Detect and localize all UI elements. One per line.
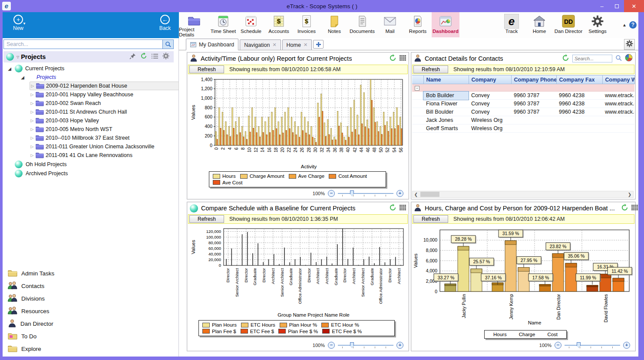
tree-item-project[interactable]: ▷ 2011-091 41 Ox Lane Rennovations [30, 151, 179, 160]
table-row[interactable]: Bill BoulderConvey9960 37879960 4238www.… [412, 108, 634, 116]
zoom-out-icon[interactable]: − [328, 190, 335, 197]
contacts-search-input[interactable] [572, 55, 612, 62]
toolbar-button-invoices[interactable]: $ Invoices [293, 12, 320, 37]
close-tab-icon[interactable]: ✕ [272, 42, 276, 48]
toolbar-button-reports[interactable]: Reports [404, 12, 432, 37]
chart-view-icon[interactable] [625, 54, 633, 63]
expander-icon[interactable]: ▷ [30, 118, 35, 123]
projects-section-header[interactable]: ▽ Projects [3, 51, 174, 62]
grid-view-icon[interactable] [631, 204, 638, 212]
tree-item-project[interactable]: ▷ 2010-011 St Andrews Church Hall [30, 108, 179, 116]
zoom-in-icon[interactable]: + [396, 342, 403, 349]
cell[interactable]: Wireless Org [469, 124, 511, 133]
dashboard-settings-button[interactable] [624, 39, 635, 50]
sidebar-item-admin-tasks[interactable]: Admin Tasks [4, 267, 176, 280]
cell[interactable]: Bill Boulder [423, 108, 469, 116]
horizontal-scrollbar[interactable]: ❮ ❯ [412, 191, 634, 198]
tab-my-dashboard[interactable]: My Dashboard [186, 39, 238, 50]
scroll-right-arrow[interactable]: ❯ [626, 192, 633, 197]
cell[interactable]: 9960 3787 [511, 100, 556, 108]
toolbar-button-notes[interactable]: Notes [320, 12, 348, 37]
scroll-left-arrow[interactable]: ❮ [413, 192, 419, 197]
table-row[interactable]: Jack JonesWireless Org [412, 116, 634, 124]
refresh-button[interactable]: Refresh [189, 215, 224, 223]
toolbar-button-project-details[interactable]: Project Details [179, 12, 209, 37]
toolbar-button-dashboard[interactable]: Dashboard [432, 12, 459, 37]
cell[interactable]: 9960 4238 [556, 108, 602, 116]
list-view-icon[interactable] [152, 53, 158, 61]
expander-icon[interactable]: ▷ [30, 84, 35, 88]
tab-home[interactable]: Home✕ [282, 39, 312, 50]
column-header-name[interactable]: Name [423, 75, 469, 84]
zoom-slider[interactable] [565, 342, 620, 348]
refresh-icon[interactable] [562, 54, 569, 63]
column-header-company[interactable]: Company [469, 75, 511, 84]
refresh-icon[interactable] [140, 52, 147, 61]
cell[interactable]: 9960 3787 [511, 108, 556, 116]
expander-icon[interactable]: ◢ [7, 66, 12, 71]
sidebar-item-contacts[interactable]: Contacts [4, 280, 176, 292]
zoom-in-icon[interactable]: + [396, 190, 403, 197]
expander-icon[interactable]: ▷ [30, 136, 35, 140]
close-tab-icon[interactable]: ✕ [304, 42, 307, 48]
toolbar-button-settings[interactable]: Settings [584, 12, 611, 37]
refresh-button[interactable]: Refresh [413, 215, 448, 223]
gear-icon[interactable] [162, 52, 169, 61]
sidebar-item-dan-director[interactable]: Dan Director [4, 317, 176, 330]
tree-item-project[interactable]: ▷ 2011-011 Greater Union Cinema Jacksonv… [30, 142, 179, 151]
table-row[interactable]: Geoff SmartsWireless Org [412, 124, 634, 133]
zoom-out-icon[interactable]: − [328, 342, 335, 349]
cell[interactable] [602, 124, 634, 133]
expander-icon[interactable]: ▷ [30, 144, 35, 149]
cell[interactable]: Bob Builder [423, 92, 469, 100]
cell[interactable]: Wireless Org [469, 116, 511, 124]
cell[interactable] [556, 124, 602, 133]
refresh-icon[interactable] [621, 204, 628, 213]
refresh-button[interactable]: Refresh [413, 65, 448, 73]
toolbar-button-accounts[interactable]: $ Accounts [265, 12, 293, 37]
add-tab-button[interactable] [313, 40, 324, 49]
toolbar-button-dan-director[interactable]: DD Dan Director [553, 12, 584, 37]
sidebar-item-to-do[interactable]: To Do [4, 330, 176, 343]
column-header[interactable] [412, 75, 423, 84]
cell[interactable]: Jack Jones [423, 116, 469, 124]
tree-item-project[interactable]: ▷ 2009-012 Harpenden Boat House [30, 82, 179, 90]
minimize-button[interactable]: – [594, 0, 609, 12]
search-input[interactable] [3, 39, 162, 49]
zoom-in-icon[interactable]: + [623, 342, 630, 349]
maximize-button[interactable] [609, 0, 624, 12]
collapse-ribbon-caret[interactable]: ▲ [622, 23, 627, 27]
refresh-icon[interactable] [389, 204, 396, 213]
collapse-group-icon[interactable]: − [415, 86, 419, 91]
expander-icon[interactable]: ▷ [30, 153, 35, 157]
cell[interactable]: www.etrack.c [602, 92, 634, 100]
tree-item-archived-projects[interactable]: Archived Projects [3, 169, 177, 178]
refresh-icon[interactable] [389, 54, 396, 63]
tree-item-current-projects[interactable]: ◢ Current Projects [3, 64, 177, 73]
help-icon[interactable]: ? [629, 21, 637, 29]
cell[interactable] [511, 116, 556, 124]
zoom-control[interactable]: 100% − + [313, 190, 403, 197]
group-row[interactable]: − [412, 84, 634, 92]
expander-icon[interactable]: ◢ [20, 75, 25, 80]
expander-icon[interactable]: ▷ [30, 101, 35, 105]
cell[interactable]: Convey [469, 108, 511, 116]
tree-item-project[interactable]: ▷ 2010-005 Metro North WST [30, 125, 179, 134]
column-header-company-phone[interactable]: Company Phone [511, 75, 556, 84]
tree-item-project[interactable]: ▷ 2010-003 Hope Valley [30, 116, 179, 125]
tree-item-oh-hold-projects[interactable]: Oh Hold Projects [3, 160, 177, 169]
expander-icon[interactable]: ▷ [30, 92, 35, 97]
cell[interactable] [556, 116, 602, 124]
tree-item-project[interactable]: ▷ 2010-002 Swan Reach [30, 99, 179, 108]
column-header-company-we[interactable]: Company We [602, 75, 634, 84]
grid-view-icon[interactable] [400, 204, 406, 212]
cell[interactable]: Convey [469, 92, 511, 100]
cell[interactable]: Fiona Flower [423, 100, 469, 108]
tab-navigation[interactable]: Navigation✕ [240, 39, 281, 50]
cell[interactable]: 9960 4238 [556, 92, 602, 100]
grid-view-icon[interactable] [400, 55, 406, 62]
toolbar-button-home[interactable]: Home [525, 12, 553, 37]
zoom-slider[interactable] [338, 342, 393, 348]
table-row[interactable]: Fiona FlowerConvey9960 37879960 4238www.… [412, 100, 634, 108]
sidebar-item-resources[interactable]: Resources [4, 305, 176, 317]
